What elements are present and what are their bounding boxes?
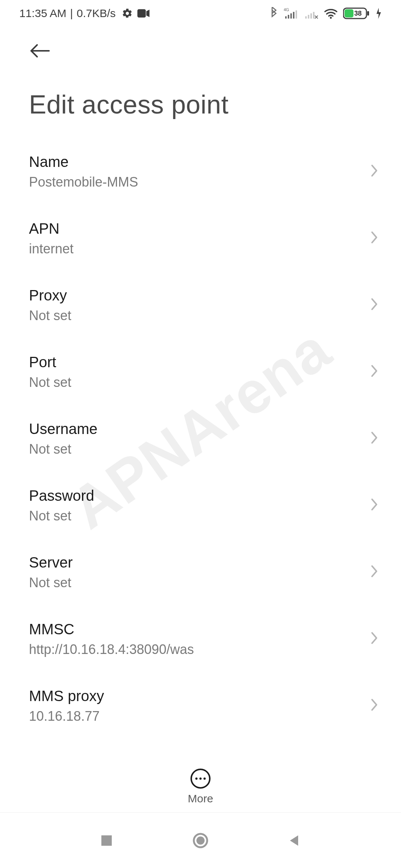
chevron-right-icon — [370, 697, 379, 714]
row-name[interactable]: Name Postemobile-MMS — [0, 138, 401, 205]
chevron-right-icon — [370, 564, 379, 580]
svg-point-18 — [196, 836, 205, 845]
bluetooth-icon — [270, 7, 278, 20]
page-title: Edit access point — [0, 68, 401, 138]
svg-rect-7 — [305, 16, 307, 19]
svg-rect-5 — [293, 12, 294, 19]
row-value: Not set — [29, 374, 362, 392]
svg-rect-13 — [345, 9, 353, 17]
charging-icon — [376, 8, 382, 19]
chevron-right-icon — [370, 497, 379, 513]
row-value: Not set — [29, 574, 362, 592]
gear-icon — [122, 8, 133, 19]
svg-rect-10 — [313, 12, 314, 19]
video-icon — [137, 9, 150, 18]
chevron-right-icon — [370, 163, 379, 180]
chevron-right-icon — [370, 364, 379, 380]
row-label: Port — [29, 352, 362, 372]
row-label: Name — [29, 152, 362, 172]
svg-rect-0 — [137, 9, 146, 18]
svg-rect-14 — [367, 11, 369, 16]
row-value: http://10.16.18.4:38090/was — [29, 641, 362, 659]
svg-rect-16 — [101, 835, 112, 846]
row-value: Not set — [29, 507, 362, 525]
status-bar: 11:35 AM | 0.7KB/s 4G — [0, 0, 401, 27]
svg-rect-3 — [288, 15, 289, 19]
svg-rect-9 — [310, 13, 312, 19]
chevron-right-icon — [370, 631, 379, 647]
row-mmsc[interactable]: MMSC http://10.16.18.4:38090/was — [0, 605, 401, 672]
row-mms-proxy[interactable]: MMS proxy 10.16.18.77 — [0, 672, 401, 739]
svg-rect-2 — [285, 16, 287, 19]
action-bar: More — [0, 769, 401, 805]
row-apn[interactable]: APN internet — [0, 205, 401, 272]
chevron-right-icon — [370, 297, 379, 313]
row-value: internet — [29, 240, 362, 258]
app-header — [0, 27, 401, 68]
row-password[interactable]: Password Not set — [0, 472, 401, 539]
row-port[interactable]: Port Not set — [0, 338, 401, 405]
row-username[interactable]: Username Not set — [0, 405, 401, 472]
signal-4g-icon: 4G — [284, 7, 299, 19]
more-button[interactable]: More — [188, 769, 213, 805]
svg-marker-19 — [290, 835, 298, 846]
svg-point-11 — [330, 17, 332, 19]
system-navbar — [0, 812, 401, 868]
row-label: APN — [29, 218, 362, 239]
back-button[interactable] — [29, 38, 55, 64]
more-label: More — [188, 792, 213, 805]
settings-list: Name Postemobile-MMS APN internet Proxy … — [0, 138, 401, 739]
status-sep: | — [70, 7, 73, 20]
row-value: 10.16.18.77 — [29, 707, 362, 726]
row-label: MMSC — [29, 619, 362, 639]
row-proxy[interactable]: Proxy Not set — [0, 272, 401, 338]
more-icon — [190, 769, 211, 789]
row-label: MMS proxy — [29, 686, 362, 706]
wifi-icon — [324, 8, 338, 19]
chevron-right-icon — [370, 230, 379, 246]
status-time: 11:35 AM — [19, 7, 66, 20]
battery-icon: 38 — [343, 7, 371, 20]
nav-home[interactable] — [189, 829, 212, 852]
row-server[interactable]: Server Not set — [0, 539, 401, 605]
battery-pct-text: 38 — [354, 10, 362, 17]
arrow-left-icon — [29, 43, 50, 58]
row-value: Not set — [29, 307, 362, 325]
chevron-right-icon — [370, 430, 379, 447]
row-label: Password — [29, 486, 362, 506]
nav-back[interactable] — [283, 829, 306, 852]
svg-rect-8 — [308, 15, 309, 19]
nav-recents[interactable] — [95, 829, 118, 852]
svg-rect-4 — [290, 13, 292, 19]
row-label: Server — [29, 552, 362, 572]
signal-nosim-icon — [304, 7, 319, 19]
row-value: Not set — [29, 440, 362, 458]
status-netspeed: 0.7KB/s — [77, 7, 116, 20]
row-label: Proxy — [29, 285, 362, 305]
svg-rect-6 — [296, 10, 297, 19]
svg-text:4G: 4G — [284, 7, 289, 12]
row-label: Username — [29, 419, 362, 439]
row-value: Postemobile-MMS — [29, 173, 362, 191]
